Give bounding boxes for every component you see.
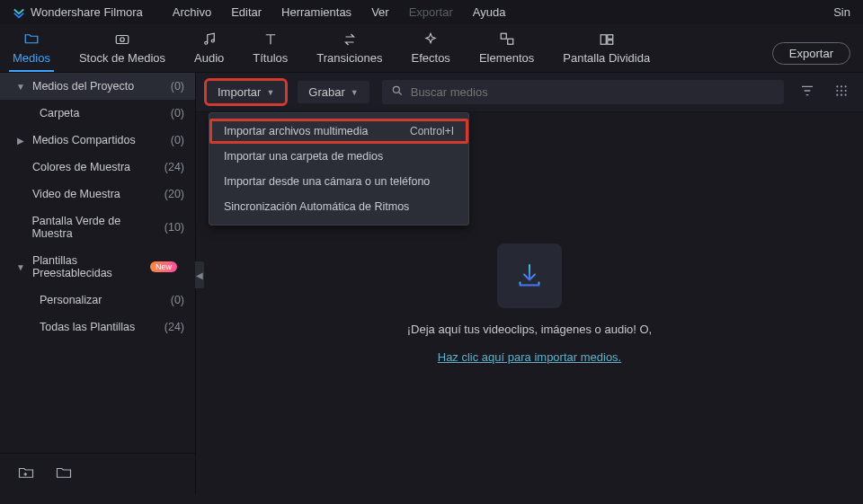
import-dropdown[interactable]: Importar ▼ [207, 81, 285, 103]
mode-toolbar: MediosStock de MediosAudioTítulosTransic… [0, 24, 863, 73]
search-icon [391, 84, 404, 100]
svg-point-12 [845, 85, 847, 87]
sparkle-icon [422, 31, 440, 48]
search-input[interactable] [411, 85, 775, 99]
import-dropdown-menu: Importar archivos multimediaControl+IImp… [209, 112, 469, 225]
chevron-down-icon: ▼ [351, 88, 359, 97]
content-area: ◀ Importar ▼ Grabar ▼ Importar archivos … [196, 73, 863, 494]
tab-transiciones[interactable]: Transiciones [316, 31, 382, 72]
tab-títulos[interactable]: Títulos [253, 31, 288, 72]
svg-point-9 [393, 86, 399, 93]
svg-point-11 [841, 85, 842, 87]
svg-point-10 [836, 85, 838, 87]
dropdown-item[interactable]: Sincronización Automática de Ritmos [209, 194, 468, 219]
dropdown-item-label: Importar una carpeta de medios [224, 150, 383, 163]
import-link[interactable]: Haz clic aquí para importar medios. [438, 350, 621, 364]
sidebar-item[interactable]: Personalizar(0) [0, 287, 195, 314]
tab-audio[interactable]: Audio [194, 31, 224, 72]
sidebar-item-label: Colores de Muestra [32, 161, 130, 173]
sidebar-item-count: (24) [165, 321, 184, 333]
svg-point-14 [841, 90, 842, 92]
sidebar-item-label: Todas las Plantillas [40, 321, 135, 333]
menu-archivo[interactable]: Archivo [173, 5, 211, 19]
sidebar-item[interactable]: ▼Medios del Proyecto(0) [0, 73, 195, 100]
chevron-right-icon: ▶ [16, 136, 25, 146]
tab-elementos[interactable]: Elementos [479, 31, 534, 72]
sidebar-item[interactable]: Colores de Muestra(24) [0, 154, 195, 181]
camera-icon [113, 31, 131, 48]
collapse-sidebar-handle[interactable]: ◀ [195, 261, 204, 288]
tab-pantalla-dividida[interactable]: Pantalla Dividida [563, 31, 650, 72]
sidebar-item-label: Personalizar [40, 294, 102, 306]
sidebar-list: ▼Medios del Proyecto(0)Carpeta(0)▶Medios… [0, 73, 195, 453]
tab-medios[interactable]: Medios [13, 31, 50, 72]
svg-point-18 [845, 94, 847, 96]
menu-herramientas[interactable]: Herramientas [281, 5, 351, 19]
title-bar: Wondershare Filmora ArchivoEditarHerrami… [0, 0, 863, 24]
tab-efectos[interactable]: Efectos [412, 31, 450, 72]
svg-rect-8 [607, 40, 612, 45]
sidebar-item-label: Video de Muestra [32, 188, 120, 200]
svg-point-17 [841, 94, 842, 96]
svg-point-3 [211, 40, 214, 42]
record-label: Grabar [308, 85, 344, 99]
sidebar-item[interactable]: Todas las Plantillas(24) [0, 314, 195, 340]
folder-icon [22, 31, 40, 48]
dropdown-item[interactable]: Importar desde una cámara o un teléfono [209, 169, 468, 194]
filter-icon[interactable] [796, 80, 818, 104]
sidebar-footer [0, 453, 195, 494]
menu-ayuda[interactable]: Ayuda [473, 5, 506, 19]
app-logo: Wondershare Filmora [13, 5, 143, 19]
svg-point-16 [836, 94, 838, 96]
svg-rect-6 [601, 35, 606, 45]
swap-icon [341, 31, 359, 48]
action-bar: Importar ▼ Grabar ▼ [196, 73, 863, 112]
download-icon [497, 243, 562, 308]
dropdown-item[interactable]: Importar una carpeta de medios [209, 144, 468, 169]
sidebar-item[interactable]: ▶Medios Compartidos(0) [0, 127, 195, 154]
record-dropdown[interactable]: Grabar ▼ [298, 81, 369, 103]
sidebar-item[interactable]: ▼Plantillas PreestablecidasNew [0, 247, 195, 287]
export-button[interactable]: Exportar [772, 42, 850, 65]
dropdown-item-label: Importar archivos multimedia [224, 125, 368, 137]
sidebar-item-count: (0) [171, 294, 184, 306]
search-box[interactable] [382, 80, 784, 104]
svg-rect-7 [607, 35, 612, 40]
svg-point-2 [204, 41, 207, 44]
chevron-down-icon: ▼ [16, 262, 25, 272]
dropdown-item-label: Importar desde una cámara o un teléfono [224, 175, 430, 188]
svg-point-15 [845, 90, 847, 92]
sidebar-item[interactable]: Pantalla Verde de Muestra(10) [0, 208, 195, 247]
new-folder-plus-icon[interactable] [14, 463, 38, 485]
music-icon [200, 31, 218, 48]
dropdown-item-label: Sincronización Automática de Ritmos [224, 200, 409, 213]
menu-ver[interactable]: Ver [371, 5, 389, 19]
import-label: Importar [218, 85, 261, 99]
tab-stock-de-medios[interactable]: Stock de Medios [79, 31, 165, 72]
app-title: Wondershare Filmora [31, 5, 143, 19]
chevron-down-icon: ▼ [16, 82, 25, 92]
grid-view-icon[interactable] [831, 80, 852, 104]
shapes-icon [498, 31, 516, 48]
svg-point-1 [120, 38, 125, 42]
svg-point-13 [836, 90, 838, 92]
new-badge: New [150, 261, 177, 272]
sidebar-item-label: Medios Compartidos [32, 134, 136, 146]
text-icon [262, 31, 280, 48]
chevron-down-icon: ▼ [266, 88, 274, 97]
sidebar-item-count: (0) [171, 134, 184, 146]
sidebar-item-count: (20) [165, 188, 184, 200]
sidebar-item[interactable]: Carpeta(0) [0, 100, 195, 127]
new-folder-icon[interactable] [52, 463, 76, 485]
sidebar-item-count: (24) [165, 161, 184, 173]
shortcut-label: Control+I [410, 125, 454, 137]
menu-editar[interactable]: Editar [231, 5, 262, 19]
dropdown-item[interactable]: Importar archivos multimediaControl+I [209, 119, 468, 144]
sidebar-item-label: Pantalla Verde de Muestra [31, 215, 156, 240]
sidebar-item-count: (0) [171, 107, 184, 119]
sidebar-item[interactable]: Video de Muestra(20) [0, 181, 195, 208]
sidebar-item-label: Medios del Proyecto [32, 80, 134, 93]
drop-text: ¡Deja aquí tus videoclips, imágenes o au… [407, 323, 652, 336]
menu-bar: ArchivoEditarHerramientasVerExportarAyud… [173, 5, 506, 19]
sidebar-item-count: (10) [165, 221, 184, 234]
